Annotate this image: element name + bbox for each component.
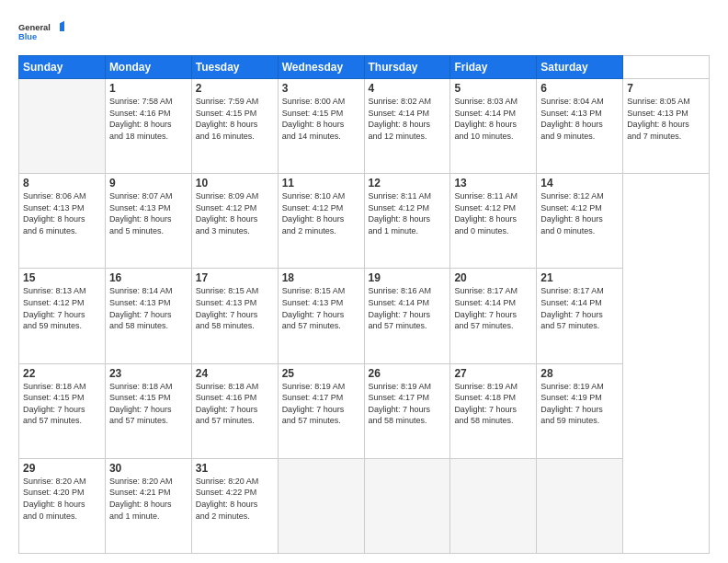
day-cell: 31Sunrise: 8:20 AMSunset: 4:22 PMDayligh… (191, 458, 278, 553)
logo: General Blue (18, 15, 64, 48)
day-number: 17 (196, 271, 274, 284)
week-row-4: 22Sunrise: 8:18 AMSunset: 4:15 PMDayligh… (19, 363, 710, 458)
day-number: 15 (23, 271, 101, 284)
day-cell: 24Sunrise: 8:18 AMSunset: 4:16 PMDayligh… (191, 363, 278, 458)
day-info: Sunrise: 8:14 AMSunset: 4:13 PMDaylight:… (109, 285, 188, 331)
calendar: SundayMondayTuesdayWednesdayThursdayFrid… (18, 55, 710, 554)
day-cell: 4Sunrise: 8:02 AMSunset: 4:14 PMDaylight… (364, 79, 450, 174)
day-info: Sunrise: 8:19 AMSunset: 4:18 PMDaylight:… (454, 381, 532, 427)
day-number: 27 (454, 367, 532, 380)
day-info: Sunrise: 7:58 AMSunset: 4:16 PMDaylight:… (109, 96, 188, 142)
day-cell: 6Sunrise: 8:04 AMSunset: 4:13 PMDaylight… (537, 79, 623, 174)
day-number: 7 (627, 82, 705, 95)
day-cell: 29Sunrise: 8:20 AMSunset: 4:20 PMDayligh… (19, 458, 106, 553)
day-number: 18 (282, 271, 360, 284)
day-info: Sunrise: 8:04 AMSunset: 4:13 PMDaylight:… (540, 96, 619, 142)
day-cell: 13Sunrise: 8:11 AMSunset: 4:12 PMDayligh… (450, 174, 537, 269)
week-row-1: 1Sunrise: 7:58 AMSunset: 4:16 PMDaylight… (19, 79, 710, 174)
day-cell: 1Sunrise: 7:58 AMSunset: 4:16 PMDaylight… (105, 79, 191, 174)
day-info: Sunrise: 8:18 AMSunset: 4:15 PMDaylight:… (109, 381, 188, 427)
day-info: Sunrise: 8:02 AMSunset: 4:14 PMDaylight:… (369, 96, 447, 142)
day-number: 9 (109, 177, 188, 190)
day-cell: 12Sunrise: 8:11 AMSunset: 4:12 PMDayligh… (364, 174, 450, 269)
col-header-sunday: Sunday (19, 56, 106, 79)
day-number: 29 (23, 462, 101, 475)
svg-text:General: General (18, 23, 51, 32)
day-number: 21 (540, 271, 619, 284)
day-number: 14 (540, 177, 619, 190)
day-cell: 14Sunrise: 8:12 AMSunset: 4:12 PMDayligh… (537, 174, 623, 269)
logo-svg: General Blue (18, 15, 64, 48)
day-info: Sunrise: 7:59 AMSunset: 4:15 PMDaylight:… (196, 96, 274, 142)
day-cell: 15Sunrise: 8:13 AMSunset: 4:12 PMDayligh… (19, 269, 106, 363)
day-info: Sunrise: 8:20 AMSunset: 4:21 PMDaylight:… (109, 476, 188, 522)
day-cell: 19Sunrise: 8:16 AMSunset: 4:14 PMDayligh… (364, 269, 450, 363)
day-number: 19 (369, 271, 447, 284)
empty-cell (19, 79, 106, 174)
day-cell (450, 458, 537, 553)
col-header-saturday: Saturday (537, 56, 623, 79)
day-cell: 22Sunrise: 8:18 AMSunset: 4:15 PMDayligh… (19, 363, 106, 458)
col-header-wednesday: Wednesday (278, 56, 364, 79)
day-info: Sunrise: 8:09 AMSunset: 4:12 PMDaylight:… (196, 190, 274, 236)
day-info: Sunrise: 8:20 AMSunset: 4:20 PMDaylight:… (23, 476, 101, 522)
day-cell: 10Sunrise: 8:09 AMSunset: 4:12 PMDayligh… (191, 174, 278, 269)
day-number: 30 (109, 462, 188, 475)
day-number: 23 (109, 367, 188, 380)
day-info: Sunrise: 8:07 AMSunset: 4:13 PMDaylight:… (109, 190, 188, 236)
day-number: 26 (369, 367, 447, 380)
day-info: Sunrise: 8:15 AMSunset: 4:13 PMDaylight:… (196, 285, 274, 331)
day-info: Sunrise: 8:19 AMSunset: 4:17 PMDaylight:… (282, 381, 360, 427)
day-info: Sunrise: 8:18 AMSunset: 4:15 PMDaylight:… (23, 381, 101, 427)
day-info: Sunrise: 8:17 AMSunset: 4:14 PMDaylight:… (540, 285, 619, 331)
col-header-friday: Friday (450, 56, 537, 79)
col-header-monday: Monday (105, 56, 191, 79)
day-info: Sunrise: 8:03 AMSunset: 4:14 PMDaylight:… (454, 96, 532, 142)
day-cell: 21Sunrise: 8:17 AMSunset: 4:14 PMDayligh… (537, 269, 623, 363)
day-cell: 26Sunrise: 8:19 AMSunset: 4:17 PMDayligh… (364, 363, 450, 458)
day-cell: 5Sunrise: 8:03 AMSunset: 4:14 PMDaylight… (450, 79, 537, 174)
day-number: 16 (109, 271, 188, 284)
week-row-5: 29Sunrise: 8:20 AMSunset: 4:20 PMDayligh… (19, 458, 710, 553)
header-row: SundayMondayTuesdayWednesdayThursdayFrid… (19, 56, 710, 79)
day-number: 4 (369, 82, 447, 95)
day-info: Sunrise: 8:18 AMSunset: 4:16 PMDaylight:… (196, 381, 274, 427)
day-cell: 16Sunrise: 8:14 AMSunset: 4:13 PMDayligh… (105, 269, 191, 363)
day-number: 22 (23, 367, 101, 380)
day-number: 2 (196, 82, 274, 95)
day-info: Sunrise: 8:15 AMSunset: 4:13 PMDaylight:… (282, 285, 360, 331)
day-info: Sunrise: 8:00 AMSunset: 4:15 PMDaylight:… (282, 96, 360, 142)
week-row-2: 8Sunrise: 8:06 AMSunset: 4:13 PMDaylight… (19, 174, 710, 269)
day-info: Sunrise: 8:19 AMSunset: 4:19 PMDaylight:… (540, 381, 619, 427)
day-number: 13 (454, 177, 532, 190)
day-number: 24 (196, 367, 274, 380)
day-number: 20 (454, 271, 532, 284)
day-cell (278, 458, 364, 553)
day-info: Sunrise: 8:11 AMSunset: 4:12 PMDaylight:… (454, 190, 532, 236)
day-number: 11 (282, 177, 360, 190)
day-cell: 20Sunrise: 8:17 AMSunset: 4:14 PMDayligh… (450, 269, 537, 363)
day-number: 5 (454, 82, 532, 95)
svg-text:Blue: Blue (18, 32, 37, 41)
day-number: 12 (369, 177, 447, 190)
day-number: 10 (196, 177, 274, 190)
day-info: Sunrise: 8:05 AMSunset: 4:13 PMDaylight:… (627, 96, 705, 142)
day-cell: 27Sunrise: 8:19 AMSunset: 4:18 PMDayligh… (450, 363, 537, 458)
day-cell: 30Sunrise: 8:20 AMSunset: 4:21 PMDayligh… (105, 458, 191, 553)
day-number: 6 (540, 82, 619, 95)
day-info: Sunrise: 8:19 AMSunset: 4:17 PMDaylight:… (369, 381, 447, 427)
header: General Blue (18, 15, 710, 48)
day-number: 3 (282, 82, 360, 95)
day-number: 28 (540, 367, 619, 380)
day-cell: 2Sunrise: 7:59 AMSunset: 4:15 PMDaylight… (191, 79, 278, 174)
day-info: Sunrise: 8:13 AMSunset: 4:12 PMDaylight:… (23, 285, 101, 331)
col-header-thursday: Thursday (364, 56, 450, 79)
day-cell: 9Sunrise: 8:07 AMSunset: 4:13 PMDaylight… (105, 174, 191, 269)
day-cell: 25Sunrise: 8:19 AMSunset: 4:17 PMDayligh… (278, 363, 364, 458)
day-cell: 7Sunrise: 8:05 AMSunset: 4:13 PMDaylight… (623, 79, 710, 174)
day-cell: 8Sunrise: 8:06 AMSunset: 4:13 PMDaylight… (19, 174, 106, 269)
day-info: Sunrise: 8:06 AMSunset: 4:13 PMDaylight:… (23, 190, 101, 236)
day-cell (364, 458, 450, 553)
day-number: 8 (23, 177, 101, 190)
day-info: Sunrise: 8:20 AMSunset: 4:22 PMDaylight:… (196, 476, 274, 522)
